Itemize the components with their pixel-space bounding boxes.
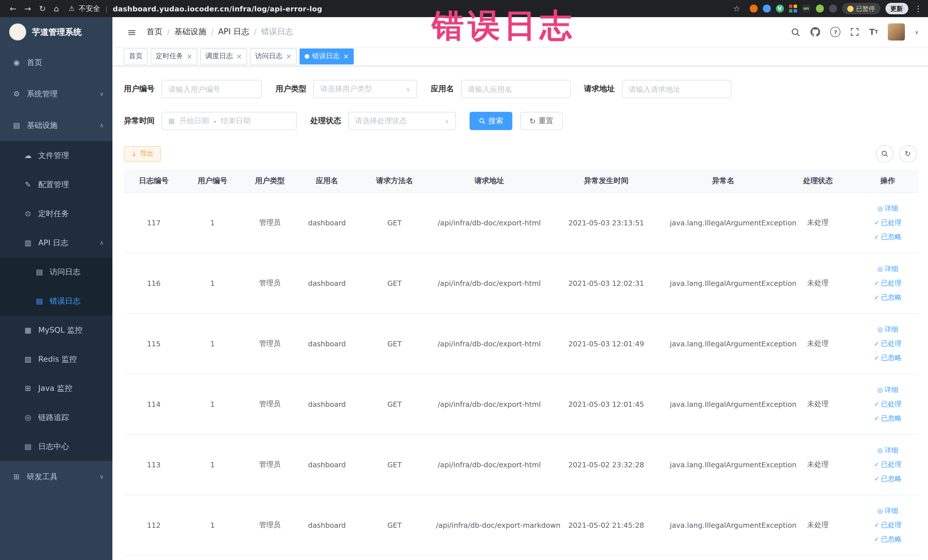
paused-badge[interactable]: 已暂停: [842, 3, 880, 14]
action-detail-link[interactable]: ◎详细: [877, 506, 898, 516]
update-button[interactable]: 更新: [885, 3, 908, 14]
breadcrumb-item[interactable]: 基础设施: [174, 27, 206, 37]
action-detail-link[interactable]: ◎详细: [877, 385, 898, 395]
sidebar-item-access-log[interactable]: ▤访问日志: [0, 257, 112, 287]
user-avatar[interactable]: [888, 23, 905, 41]
tab-schedule-log[interactable]: 调度日志×: [200, 48, 247, 64]
action-detail-label: 详细: [885, 204, 898, 214]
sidebar-item-infrastructure[interactable]: ▤基础设施∧: [0, 110, 112, 141]
breadcrumb-item[interactable]: API 日志: [218, 27, 249, 37]
action-ignored-link[interactable]: ✓已忽略: [874, 535, 902, 544]
cell-user_type: 管理员: [241, 253, 298, 314]
user-id-input[interactable]: [162, 80, 262, 98]
process-status-select[interactable]: 请选择处理状态 ∨: [348, 112, 456, 130]
action-processed-link[interactable]: ✓已处理: [874, 339, 902, 349]
breadcrumb: 首页/基础设施/API 日志/错误日志: [147, 27, 293, 37]
sidebar-item-mysql-monitor[interactable]: ▦MySQL 监控: [0, 316, 112, 345]
sidebar-item-api-log[interactable]: ▥API 日志∧: [0, 228, 112, 257]
chevron-down-icon: ∨: [99, 91, 104, 97]
action-processed-link[interactable]: ✓已处理: [874, 400, 902, 409]
action-ignored-link[interactable]: ✓已忽略: [874, 353, 902, 363]
chevron-up-icon: ∧: [99, 240, 104, 246]
request-url-label: 请求地址: [584, 84, 615, 94]
user-type-select[interactable]: 请选择用户类型 ∨: [313, 80, 417, 98]
tab-home[interactable]: 首页: [124, 48, 148, 64]
close-icon[interactable]: ×: [343, 52, 349, 60]
close-icon[interactable]: ×: [186, 52, 192, 60]
sidebar-item-system[interactable]: ⚙系统管理∨: [0, 78, 112, 110]
cell-user_id: 1: [184, 495, 241, 555]
sidebar-item-home[interactable]: ◉首页: [0, 47, 112, 78]
breadcrumb-item[interactable]: 首页: [147, 27, 163, 37]
cell-method: GET: [356, 253, 433, 314]
reset-button[interactable]: ↻ 重置: [520, 112, 563, 130]
update-button-label: 更新: [890, 4, 903, 13]
action-detail-label: 详细: [885, 446, 898, 455]
ext-vue-icon[interactable]: V: [776, 5, 784, 12]
action-processed-link[interactable]: ✓已处理: [874, 520, 902, 530]
github-icon[interactable]: [810, 27, 821, 37]
search-icon[interactable]: [791, 27, 801, 37]
action-detail-link[interactable]: ◎详细: [877, 264, 898, 274]
browser-menu-icon[interactable]: ⋮: [914, 4, 922, 13]
action-detail-link[interactable]: ◎详细: [877, 446, 898, 455]
address-bar[interactable]: ⚠ 不安全 | dashboard.yudao.iocoder.cn/infra…: [69, 4, 322, 14]
fullscreen-icon[interactable]: [850, 27, 859, 37]
action-processed-link[interactable]: ✓已处理: [874, 218, 902, 227]
search-toggle-button[interactable]: [876, 145, 893, 163]
action-detail-link[interactable]: ◎详细: [877, 325, 898, 334]
ext-drop-icon[interactable]: [763, 5, 771, 12]
hamburger-icon[interactable]: ≡: [127, 26, 136, 38]
back-icon[interactable]: ←: [10, 4, 16, 13]
ext-orange-icon[interactable]: [749, 5, 757, 12]
sidebar-item-log-center[interactable]: ▤日志中心: [0, 432, 112, 461]
error-log-icon: ▤: [34, 297, 44, 305]
sidebar-item-trace[interactable]: ◎链路追踪: [0, 403, 112, 432]
ext-switch-icon[interactable]: on: [802, 5, 810, 12]
app-logo[interactable]: 芋道管理系统: [0, 17, 112, 47]
ext-dark-icon[interactable]: [829, 5, 837, 12]
ext-leaf-icon[interactable]: [816, 5, 824, 12]
action-ignored-link[interactable]: ✓已忽略: [874, 293, 902, 302]
tab-error-log[interactable]: 错误日志×: [299, 48, 354, 64]
action-processed-link[interactable]: ✓已处理: [874, 460, 902, 470]
bookmark-star-icon[interactable]: ☆: [733, 4, 740, 13]
exception-time-range-picker[interactable]: ▦ 开始日期 - 结束日期: [162, 112, 297, 130]
cell-id: 116: [124, 253, 184, 314]
action-ignored-link[interactable]: ✓已忽略: [874, 232, 902, 242]
request-url-input[interactable]: [621, 80, 731, 98]
action-processed-link[interactable]: ✓已处理: [874, 278, 902, 288]
tab-scheduled-job[interactable]: 定时任务×: [151, 48, 197, 64]
close-icon[interactable]: ×: [286, 52, 292, 60]
sidebar-item-error-log[interactable]: ▤错误日志: [0, 287, 112, 316]
refresh-button[interactable]: ↻: [899, 145, 917, 163]
sidebar-item-java-monitor[interactable]: ⊞Java 监控: [0, 374, 112, 403]
sidebar-item-redis-monitor[interactable]: ▨Redis 监控: [0, 345, 112, 374]
sidebar-item-dev-tools[interactable]: ⊞研发工具∨: [0, 461, 112, 492]
cell-method: GET: [356, 435, 433, 495]
home-icon[interactable]: ⌂: [53, 4, 59, 13]
column-header-7: 异常名: [667, 169, 779, 192]
sidebar-item-label: 首页: [27, 57, 42, 68]
caret-down-icon[interactable]: ∨: [914, 29, 919, 35]
sidebar-item-scheduled-job[interactable]: ⊙定时任务: [0, 199, 112, 228]
help-icon[interactable]: ?: [830, 27, 841, 37]
reload-icon[interactable]: ↻: [39, 4, 46, 13]
close-icon[interactable]: ×: [236, 52, 242, 60]
app-name-input[interactable]: [461, 80, 570, 98]
sidebar-item-config-manage[interactable]: ✎配置管理: [0, 170, 112, 199]
action-ignored-link[interactable]: ✓已忽略: [874, 414, 902, 423]
font-size-icon[interactable]: TT: [869, 27, 878, 37]
ext-grid-icon[interactable]: [789, 5, 797, 12]
end-date-placeholder: 结束日期: [221, 116, 250, 126]
action-ignored-link[interactable]: ✓已忽略: [874, 474, 902, 484]
export-button[interactable]: ↓ 导出: [124, 146, 161, 162]
sidebar-item-file-manage[interactable]: ☁文件管理: [0, 141, 112, 170]
tab-access-log[interactable]: 访问日志×: [250, 48, 297, 64]
forward-icon[interactable]: →: [24, 4, 31, 13]
row-actions: ◎详细✓已处理✓已忽略: [859, 506, 916, 544]
action-detail-link[interactable]: ◎详细: [877, 204, 898, 214]
table-tools: ↻: [876, 145, 917, 163]
mysql-monitor-icon: ▦: [23, 326, 33, 334]
search-button[interactable]: 搜索: [470, 112, 512, 130]
